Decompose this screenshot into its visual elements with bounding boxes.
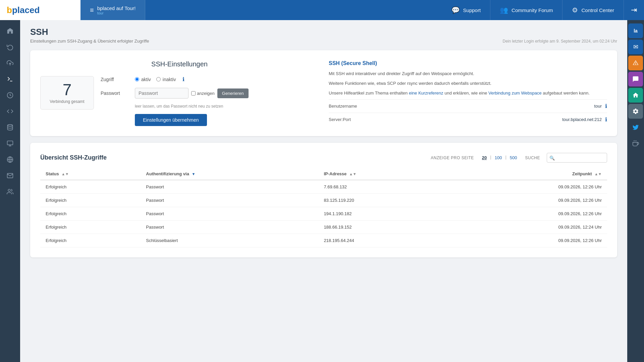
show-password-text: anzeigen bbox=[197, 91, 215, 96]
info-text-3-mid: und erklären, wie eine bbox=[443, 90, 488, 96]
nav-exit-button[interactable]: ⇥ bbox=[624, 0, 644, 20]
nav-community-forum[interactable]: 👥 Community Forum bbox=[490, 0, 562, 20]
sidebar-icon-monitor[interactable] bbox=[3, 136, 17, 151]
show-password-label[interactable]: anzeigen bbox=[191, 91, 215, 96]
cell-ip: 194.1.190.182 bbox=[318, 207, 447, 221]
logo: bplaced bbox=[7, 5, 40, 15]
cell-status: Erfolgreich bbox=[40, 234, 141, 247]
server-value: tour.bplaced.net:212 bbox=[562, 117, 602, 122]
sidebar-icon-users[interactable] bbox=[3, 184, 17, 199]
sidebar-icon-email[interactable] bbox=[3, 168, 17, 183]
password-input-group: anzeigen Generieren bbox=[135, 88, 319, 99]
left-sidebar bbox=[0, 20, 20, 362]
cell-ip: 7.69.68.132 bbox=[318, 180, 447, 194]
sort-icon-ip[interactable]: ▲▼ bbox=[349, 172, 357, 176]
ssh-access-card: Übersicht SSH-Zugriffe ANZEIGE PRO SEITE… bbox=[30, 143, 617, 257]
cell-ip: 218.195.64.244 bbox=[318, 234, 447, 247]
cell-ip: 188.66.19.152 bbox=[318, 221, 447, 234]
access-radio-group: aktiv inaktiv ℹ bbox=[135, 76, 319, 82]
home-icon[interactable] bbox=[628, 88, 643, 103]
search-input[interactable] bbox=[547, 153, 607, 163]
section-title: Übersicht SSH-Zugriffe bbox=[40, 154, 107, 161]
page-size-label: ANZEIGE PRO SEITE bbox=[431, 156, 474, 160]
col-ip: IP-Adresse ▲▼ bbox=[318, 168, 447, 180]
access-active-label: aktiv bbox=[141, 77, 151, 82]
access-active-radio[interactable] bbox=[135, 77, 139, 81]
chat-icon[interactable] bbox=[628, 72, 643, 86]
username-info-icon[interactable]: ℹ bbox=[605, 103, 607, 109]
page-size-100[interactable]: 100 bbox=[493, 155, 503, 161]
generate-button[interactable]: Generieren bbox=[217, 88, 249, 98]
cell-status: Erfolgreich bbox=[40, 180, 141, 194]
username-value-wrap: tour ℹ bbox=[594, 103, 607, 109]
server-detail-row: Server:Port tour.bplaced.net:212 ℹ bbox=[329, 113, 607, 126]
sort-icon-auth[interactable]: ▼ bbox=[192, 172, 196, 176]
cell-time: 09.09.2026, 12:26 Uhr bbox=[447, 207, 607, 221]
server-info-icon[interactable]: ℹ bbox=[605, 116, 607, 123]
cell-time: 09.09.2026, 12:24 Uhr bbox=[447, 221, 607, 234]
page-subtitle: Einstellungen zum SSH-Zugang & Übersicht… bbox=[30, 39, 617, 44]
access-table: Status ▲▼ Authentifizierung via ▼ IP-Adr… bbox=[40, 168, 607, 247]
settings-icon[interactable] bbox=[628, 104, 643, 119]
access-row: Zugriff aktiv inaktiv bbox=[101, 76, 319, 82]
last-login-info: Dein letzter Login erfolgte am 9. Septem… bbox=[502, 39, 617, 44]
logo-area: bplaced bbox=[0, 0, 80, 20]
nav-support[interactable]: 💬 Support bbox=[442, 0, 491, 20]
sidebar-icon-backup[interactable] bbox=[3, 40, 17, 54]
sidebar-icon-code[interactable] bbox=[3, 104, 17, 119]
col-auth: Authentifizierung via ▼ bbox=[141, 168, 318, 180]
svg-point-3 bbox=[8, 125, 13, 126]
sidebar-icon-globe[interactable] bbox=[3, 152, 17, 167]
main-layout: SSH Einstellungen zum SSH-Zugang & Übers… bbox=[0, 20, 644, 362]
total-connections-label: Verbindung gesamt bbox=[50, 99, 84, 104]
show-password-checkbox[interactable] bbox=[191, 91, 196, 96]
page-header: SSH Einstellungen zum SSH-Zugang & Übers… bbox=[30, 27, 617, 44]
info-link-kurzreferenz[interactable]: eine Kurzreferenz bbox=[409, 90, 443, 96]
page-size-options: 20 | 100 | 500 bbox=[481, 155, 519, 161]
access-inactive-label: inaktiv bbox=[163, 77, 176, 82]
save-settings-button[interactable]: Einstellungen übernehmen bbox=[135, 114, 207, 126]
sidebar-icon-logs[interactable] bbox=[3, 88, 17, 103]
access-active-option[interactable]: aktiv bbox=[135, 77, 151, 82]
cell-status: Erfolgreich bbox=[40, 194, 141, 207]
col-time: Zeitpunkt ▲▼ bbox=[447, 168, 607, 180]
cell-ip: 83.125.119.220 bbox=[318, 194, 447, 207]
search-icon: 🔍 bbox=[549, 155, 555, 160]
info-text-1: Mit SSH wird interaktiver und direkter Z… bbox=[329, 70, 607, 77]
user-avatar-icon[interactable]: la bbox=[628, 23, 643, 38]
alert-icon[interactable] bbox=[628, 56, 643, 70]
server-value-wrap: tour.bplaced.net:212 ℹ bbox=[562, 116, 607, 123]
access-inactive-option[interactable]: inaktiv bbox=[156, 77, 176, 82]
info-text-2: Weitere Funktionen wie, etwa SCP oder rs… bbox=[329, 80, 607, 87]
twitter-icon[interactable] bbox=[628, 120, 643, 135]
exit-icon: ⇥ bbox=[631, 6, 637, 14]
total-connections-box: 7 Verbindung gesamt bbox=[40, 76, 94, 110]
access-inactive-radio[interactable] bbox=[156, 77, 161, 81]
page-size-500[interactable]: 500 bbox=[508, 155, 519, 161]
total-connections-count: 7 bbox=[63, 82, 72, 98]
info-text-3-before: Unsere Hilfeartikel zum Thema enthalten bbox=[329, 90, 409, 96]
ssh-settings-grid: SSH-Einstellungen 7 Verbindung gesamt Zu… bbox=[40, 60, 607, 126]
info-link-verbindung[interactable]: Verbindung zum Webspace bbox=[488, 90, 542, 96]
password-input[interactable] bbox=[135, 88, 189, 99]
sort-icon-time[interactable]: ▲▼ bbox=[594, 172, 602, 176]
coffee-icon[interactable] bbox=[628, 136, 643, 151]
sidebar-icon-home[interactable] bbox=[3, 23, 17, 38]
password-hint: leer lassen, um das Passwort nicht neu z… bbox=[135, 104, 319, 109]
email-icon[interactable]: ✉ bbox=[628, 40, 643, 54]
page-size-20[interactable]: 20 bbox=[481, 155, 488, 161]
svg-rect-4 bbox=[7, 141, 13, 145]
table-controls: ANZEIGE PRO SEITE 20 | 100 | 500 SUCHE 🔍 bbox=[431, 153, 607, 163]
nav-bplaced-tour[interactable]: ≡ bplaced auf Tour! tour bbox=[80, 0, 145, 20]
access-info-icon[interactable]: ℹ bbox=[182, 76, 184, 82]
sidebar-icon-database[interactable] bbox=[3, 120, 17, 135]
nav-control-center[interactable]: ⚙ Control Center bbox=[562, 0, 624, 20]
sidebar-icon-terminal[interactable] bbox=[3, 72, 17, 86]
cell-auth: Passwort bbox=[141, 207, 318, 221]
search-input-wrap: 🔍 bbox=[547, 153, 607, 163]
section-header: Übersicht SSH-Zugriffe ANZEIGE PRO SEITE… bbox=[40, 153, 607, 163]
sidebar-icon-upload[interactable] bbox=[3, 56, 17, 70]
search-label: SUCHE bbox=[525, 156, 540, 160]
sort-icon-status[interactable]: ▲▼ bbox=[61, 172, 69, 176]
nav-support-label: Support bbox=[463, 7, 481, 13]
